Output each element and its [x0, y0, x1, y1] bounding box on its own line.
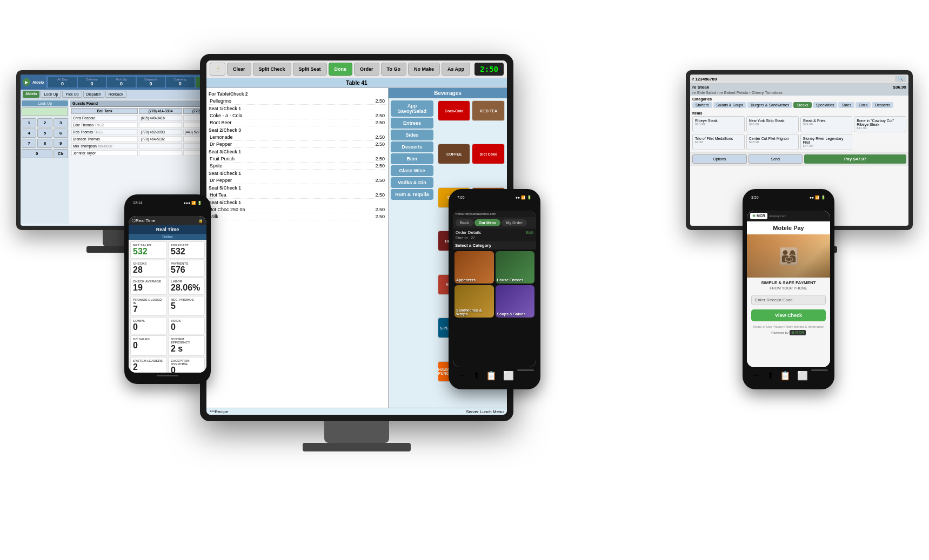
key-4[interactable]: 4 [22, 129, 36, 138]
cat-specialties[interactable]: Specialties [813, 102, 838, 108]
nav-back-icon[interactable]: ← [458, 370, 467, 381]
nav-bookmark-icon[interactable]: 📋 [486, 370, 497, 381]
rt-comps: COMPS 0 [130, 317, 167, 334]
key-2[interactable]: 2 [37, 118, 52, 127]
aldelo-btn[interactable]: Aldelo [23, 91, 39, 98]
send-btn[interactable]: Send [748, 154, 803, 164]
nav-tabs-icon[interactable]: ⬜ [503, 370, 514, 381]
cocktail-icon-btn[interactable]: 🍸 [210, 63, 225, 76]
order-item-rootbeer[interactable]: Root Beer 2.50 [209, 119, 386, 126]
receipt-code-input[interactable]: Enter Receipt Code [751, 295, 826, 305]
order-item-coke[interactable]: Coke - a - Cola 2.50 [209, 112, 386, 119]
home-line [157, 375, 178, 376]
cat-rum[interactable]: Rum & Tequila [391, 189, 433, 200]
key-1[interactable]: 1 [22, 118, 36, 127]
key-0[interactable]: 0 [22, 149, 52, 158]
cat-desserts[interactable]: Desserts [872, 102, 893, 108]
pay-btn[interactable]: Pay $47.07 [804, 154, 906, 164]
pick-up-btn[interactable]: Pick Up [62, 91, 82, 98]
drink-diet-coke[interactable]: Diet Coke [472, 144, 505, 164]
cat-steaks[interactable]: Steaks [793, 102, 811, 108]
as-app-btn[interactable]: As App [442, 63, 470, 76]
order-item-fruitpunch[interactable]: Fruit Punch 2.50 [209, 156, 386, 163]
item-ribeye[interactable]: Ribeye Steak $36.99 [692, 116, 745, 132]
cat-desserts[interactable]: Desserts [391, 141, 433, 152]
order-item-milk[interactable]: Milk 2.50 [209, 213, 386, 220]
key-8[interactable]: 8 [37, 139, 52, 148]
nav-share-icon[interactable]: ⬆ [473, 370, 480, 381]
item-center-filet[interactable]: Center Cut Filet Mignon $38.98 [746, 134, 799, 150]
cat-beer[interactable]: Beer [391, 153, 433, 164]
item-bone-in[interactable]: Bone in "Cowboy Cut" Ribeye Steak $41.99 [854, 116, 906, 132]
key-5[interactable]: 5 [37, 129, 52, 138]
view-check-btn[interactable]: View Check [751, 309, 826, 321]
mobile-pay-terms: Terms of Use Privacy Policy Behind & Inf… [747, 323, 830, 330]
key-6[interactable]: 6 [54, 129, 68, 138]
cat-burgers[interactable]: Burgers & Sandwiches [747, 102, 792, 108]
cat-sides[interactable]: Sides [838, 102, 854, 108]
key-clear[interactable]: Clr [54, 149, 68, 158]
order-btn[interactable]: Order [354, 63, 379, 76]
key-3[interactable]: 3 [54, 118, 68, 127]
mobile-pay-screen: ⊕ MCR mcrpay.com Mobile Pay 👨‍👩‍👧 SIMPL [747, 211, 830, 367]
item-price: $36.99 [893, 85, 906, 90]
nav-order-btn[interactable]: My Order [502, 219, 527, 226]
nav-menu-btn[interactable]: Our Menu [474, 219, 501, 226]
item-stoney-river[interactable]: Stoney River Legendary Filet $47.99 [800, 134, 853, 150]
drink-coca-cola[interactable]: Coca-Cola [438, 100, 471, 121]
cat-entrees[interactable]: Entrees [391, 118, 433, 129]
cat-starters[interactable]: Starters [692, 102, 712, 108]
item-ny-strip[interactable]: New York Strip Steak $40.99 [746, 116, 799, 132]
dispatch-btn[interactable]: Dispatch [83, 91, 104, 98]
item-trio-filet[interactable]: Trio of Filet Medallions $3.98 [692, 134, 745, 150]
nav-back-btn[interactable]: Back [456, 219, 473, 226]
cat-salads[interactable]: Salads & Soups [713, 102, 747, 108]
order-item-hotchoc[interactable]: Jot Choc 250 05 2.50 [209, 206, 386, 213]
cat-vodka[interactable]: Vodka & Gin [391, 177, 433, 188]
rollback-btn[interactable]: Rollback [105, 91, 126, 98]
cat-glass-wine[interactable]: Glass Wise [391, 165, 433, 176]
section-seat3: Seat 3/Check 1 [209, 148, 386, 156]
to-go-btn[interactable]: To Go [381, 63, 406, 76]
section-seat5: Seat 5/Check 1 [209, 184, 386, 192]
cat-extra[interactable]: Extra [856, 102, 871, 108]
cat-entrees-item[interactable]: House Entrees [496, 251, 535, 284]
item-details: re Side Salad • re Baked Potato • Cherry… [692, 91, 906, 95]
cat-sandwiches-item[interactable]: Sandwiches & Wraps [455, 285, 494, 318]
order-item-drpepper1[interactable]: Dr Pepper 2.50 [209, 141, 386, 148]
split-seat-btn[interactable]: Split Seat [293, 63, 327, 76]
key-7[interactable]: 7 [22, 139, 36, 148]
clear-btn[interactable]: Clear [227, 63, 251, 76]
right-search-icon[interactable]: 🔍 [895, 76, 906, 82]
key-9[interactable]: 9 [54, 139, 68, 148]
mp-share-icon[interactable]: ⬆ [767, 370, 774, 381]
order-item-hottea[interactable]: Hot Tea 2.50 [209, 192, 386, 199]
order-item-lemonade[interactable]: Lemonade 2.50 [209, 134, 386, 141]
cat-sides[interactable]: Sides [391, 130, 433, 140]
center-right-phone: 7:05 ●● 📶 🔋 thefoundryalohasonline.com B… [449, 189, 540, 389]
done-btn[interactable]: Done [329, 63, 353, 76]
cat-soups-item[interactable]: Soups & Salads [496, 285, 535, 318]
split-check-btn[interactable]: Split Check [253, 63, 291, 76]
bev-category-list: App Savoy/Salad Entrees Sides Desserts B… [389, 98, 436, 405]
cat-appetizers[interactable]: App Savoy/Salad [391, 100, 433, 117]
menu-items-grid: Ribeye Steak $36.99 New York Strip Steak… [692, 116, 906, 150]
order-item-pellegrino[interactable]: Pellegrino 2.50 [209, 98, 386, 105]
drink-coffee[interactable]: COFFEE [438, 144, 471, 164]
mp-bookmark-icon[interactable]: 📋 [780, 370, 791, 381]
order-item-drpepper2[interactable]: Dr Pepper 2.50 [209, 177, 386, 184]
cat-appetizers-item[interactable]: Appetizers [455, 251, 494, 284]
mp-tabs-icon[interactable]: ⬜ [797, 370, 808, 381]
drink-iced-tea[interactable]: ICED TEA [472, 100, 505, 121]
pos-order-list[interactable]: For Table/Check 2 Pellegrino 2.50 Seat 1… [206, 88, 388, 408]
no-make-btn[interactable]: No Make [408, 63, 440, 76]
order-item-sprite[interactable]: Sprite 2.50 [209, 163, 386, 170]
mp-back-icon[interactable]: ← [752, 370, 761, 381]
item-name: re Steak [692, 85, 709, 90]
options-btn[interactable]: Options [692, 154, 747, 164]
search-input-small[interactable] [22, 107, 68, 116]
numpad: 1 2 3 4 5 6 7 8 9 0 Clr [22, 118, 68, 158]
item-steak-fries[interactable]: Steak & Fries $29.99 [800, 116, 853, 132]
order-edit-btn[interactable]: Edit [526, 230, 533, 235]
look-up-btn[interactable]: Look Up [41, 91, 61, 98]
